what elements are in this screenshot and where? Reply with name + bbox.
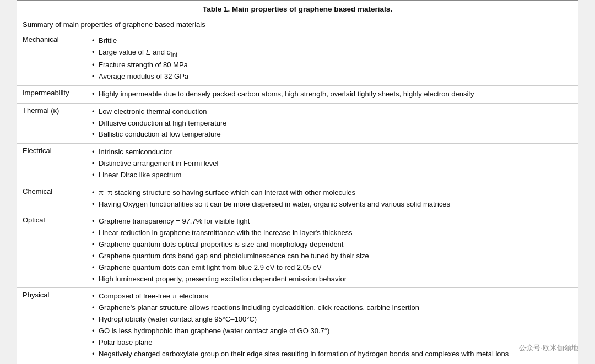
table-row: ElectricalIntrinsic semiconductorDistinc… — [17, 144, 578, 184]
row-category: Physical — [17, 288, 89, 362]
table-title-rest: Main properties of graphene based materi… — [230, 5, 392, 13]
list-item: High luminescent property, presenting ex… — [92, 274, 574, 285]
row-content: BrittleLarge value of E and σintFracture… — [89, 32, 578, 85]
list-item: Linear reduction in graphene transmittan… — [92, 227, 574, 239]
list-item: π–π stacking structure so having surface… — [92, 187, 574, 199]
list-item: Negatively charged carboxylate group on … — [92, 349, 574, 360]
table-row: Chemicalπ–π stacking structure so having… — [17, 184, 578, 214]
table-row: OpticalGraphene transparency = 97.7% for… — [17, 213, 578, 288]
row-content: π–π stacking structure so having surface… — [89, 184, 578, 213]
list-item: Composed of free-free π electrons — [92, 291, 574, 302]
list-item: Graphene quantum dots can emit light fro… — [92, 262, 574, 274]
list-item: Linear Dirac like spectrum — [92, 170, 574, 181]
row-content: Graphene transparency = 97.7% for visibl… — [89, 213, 578, 287]
row-content: Highly impermeable due to densely packed… — [89, 86, 578, 103]
list-item: Having Oxygen functionalities so it can … — [92, 199, 574, 210]
row-category: Chemical — [17, 184, 89, 213]
list-item: Diffusive conduction at high temperature — [92, 118, 574, 129]
list-item: Highly impermeable due to densely packed… — [92, 89, 574, 100]
list-item: Graphene quantum dots optical properties… — [92, 239, 574, 251]
main-table: Table 1. Main properties of graphene bas… — [17, 0, 578, 364]
table-row: Thermal (κ)Low electronic thermal conduc… — [17, 104, 578, 144]
list-item: Polar base plane — [92, 337, 574, 349]
list-item: GO is less hydrophobic than graphene (wa… — [92, 325, 574, 337]
row-category: Thermal (κ) — [17, 104, 89, 144]
row-category: Impermeability — [17, 86, 89, 103]
list-item: Graphene's planar structure allows react… — [92, 302, 574, 314]
list-item: Ballistic conduction at low temperature — [92, 129, 574, 140]
row-category: Mechanical — [17, 32, 89, 85]
table-row: PhysicalComposed of free-free π electron… — [17, 288, 578, 363]
list-item: Large value of E and σint — [92, 47, 574, 59]
list-item: Hydrophobicity (water contact angle 95°C… — [92, 314, 574, 325]
table-title-bold: Table 1. — [203, 5, 230, 13]
row-category: Electrical — [17, 144, 89, 184]
row-content: Low electronic thermal conductionDiffusi… — [89, 104, 578, 144]
table-row: MechanicalBrittleLarge value of E and σi… — [17, 32, 578, 86]
table-body: MechanicalBrittleLarge value of E and σi… — [17, 32, 578, 364]
list-item: Graphene transparency = 97.7% for visibl… — [92, 216, 574, 227]
row-content: Composed of free-free π electronsGraphen… — [89, 288, 578, 362]
list-item: Intrinsic semiconductor — [92, 146, 574, 158]
row-content: Intrinsic semiconductorDistinctive arran… — [89, 144, 578, 184]
table-row: ImpermeabilityHighly impermeable due to … — [17, 86, 578, 104]
list-item: Fracture strength of 80 MPa — [92, 59, 574, 71]
list-item: Low electronic thermal conduction — [92, 106, 574, 118]
list-item: Graphene quantum dots band gap and photo… — [92, 251, 574, 262]
list-item: Average modulus of 32 GPa — [92, 71, 574, 83]
table-title: Table 1. Main properties of graphene bas… — [17, 1, 578, 17]
list-item: Distinctive arrangement in Fermi level — [92, 158, 574, 170]
row-category: Optical — [17, 213, 89, 287]
list-item: Brittle — [92, 35, 574, 47]
table-subtitle: Summary of main properties of graphene b… — [17, 17, 578, 32]
